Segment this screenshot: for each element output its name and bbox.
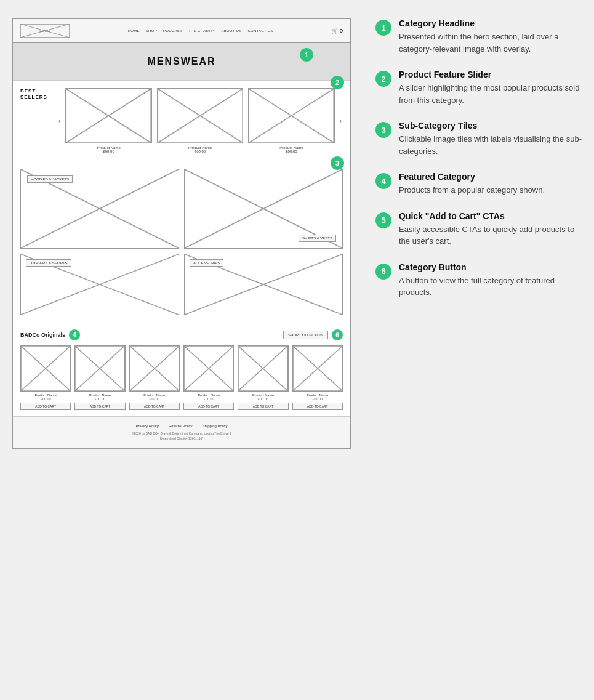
annotation-content-1: Category Headline Presented within the h… <box>399 18 582 55</box>
footer: Privacy Policy Returns Policy Shipping P… <box>13 416 350 448</box>
annotation-content-5: Quick "Add to Cart" CTAs Easily accessib… <box>399 211 582 247</box>
tile-label-joggers: JOGGERS & SHORTS <box>26 259 71 267</box>
annotation-title-2: Product Feature Slider <box>399 70 582 79</box>
subcategory-tile-hoodies[interactable]: HOODIES & JACKETS <box>20 169 179 249</box>
featured-product-card: Product Name £00.00 ADD TO CART <box>129 345 180 410</box>
annotation-3: 3 Sub-Category Tiles Clickable image til… <box>375 121 582 157</box>
featured-product-image <box>74 345 125 392</box>
featured-product-image <box>238 345 288 392</box>
product-image <box>157 88 243 143</box>
annotation-badge-1: 1 <box>375 20 391 36</box>
product-card: Product Name £00.00 <box>65 88 151 153</box>
product-card: Product Name £00.00 <box>248 88 334 153</box>
featured-product-card: Product Name £00.00 ADD TO CART <box>74 345 125 410</box>
featured-product-image <box>292 345 343 392</box>
add-to-cart-button[interactable]: ADD TO CART <box>129 403 180 410</box>
product-price: £00.00 <box>103 150 114 153</box>
featured-header: BADCo Originals 4 SHOP COLLECTION 6 <box>20 329 343 340</box>
featured-product-price: £00.00 <box>95 397 105 401</box>
nav-about[interactable]: ABOUT US <box>221 29 241 33</box>
featured-product-card: Product Name £00.00 ADD TO CART <box>292 345 343 410</box>
product-card: Product Name £00.00 <box>157 88 243 153</box>
badge-3: 3 <box>331 156 344 170</box>
slider-next[interactable]: › <box>339 116 343 126</box>
annotation-content-6: Category Button A button to view the ful… <box>399 262 582 299</box>
subcategory-tile-joggers[interactable]: JOGGERS & SHORTS <box>20 254 179 315</box>
annotation-badge-3: 3 <box>375 122 391 138</box>
add-to-cart-button[interactable]: ADD TO CART <box>20 403 71 410</box>
product-slider: ‹ Product Name £00.00 <box>57 88 343 153</box>
badge-4: 4 <box>69 329 80 340</box>
annotation-content-4: Featured Category Products from a popula… <box>399 172 582 196</box>
add-to-cart-button[interactable]: ADD TO CART <box>74 403 125 410</box>
subcategory-tile-accessories[interactable]: ACCESSORIES <box>184 254 343 315</box>
slider-prev[interactable]: ‹ <box>57 116 62 126</box>
cart-icon[interactable]: 🛒 0 <box>331 28 343 34</box>
badge-6: 6 <box>332 329 343 340</box>
featured-products-grid: Product Name £00.00 ADD TO CART Product … <box>20 345 343 410</box>
nav-charity[interactable]: THE CHARITY <box>188 29 215 33</box>
annotation-desc-5: Easily accessible CTAs to quickly add pr… <box>399 223 582 247</box>
annotation-2: 2 Product Feature Slider A slider highli… <box>375 70 582 106</box>
annotation-content-2: Product Feature Slider A slider highligh… <box>399 70 582 106</box>
annotation-badge-6: 6 <box>375 264 391 280</box>
nav-home[interactable]: HOME <box>128 29 140 33</box>
nav-shop[interactable]: SHOP <box>146 29 157 33</box>
annotation-desc-4: Products from a popular category shown. <box>399 184 582 196</box>
subcategory-tile-shirts[interactable]: SHIRTS & VESTS <box>184 169 343 249</box>
add-to-cart-button[interactable]: ADD TO CART <box>238 403 288 410</box>
featured-product-price: £00.00 <box>258 397 268 401</box>
wireframe-panel: LOGO HOME SHOP PODCAST THE CHARITY ABOUT… <box>0 0 369 700</box>
annotation-title-6: Category Button <box>399 262 582 272</box>
featured-product-price: £00.00 <box>312 397 323 401</box>
annotation-title-4: Featured Category <box>399 172 582 182</box>
featured-product-card: Product Name £00.00 ADD TO CART <box>183 345 234 410</box>
featured-product-card: Product Name £00.00 ADD TO CART <box>238 345 288 410</box>
featured-section: BADCo Originals 4 SHOP COLLECTION 6 Prod… <box>13 323 350 416</box>
wireframe-nav: LOGO HOME SHOP PODCAST THE CHARITY ABOUT… <box>13 19 350 43</box>
tile-label-hoodies: HOODIES & JACKETS <box>27 175 73 183</box>
add-to-cart-button[interactable]: ADD TO CART <box>292 403 343 410</box>
annotation-title-3: Sub-Category Tiles <box>399 121 582 131</box>
product-price: £00.00 <box>195 150 206 153</box>
featured-product-image <box>20 345 71 392</box>
subcategory-tiles-section: HOODIES & JACKETS SHIRTS & VESTS JOGGERS… <box>13 161 350 323</box>
wireframe-container: LOGO HOME SHOP PODCAST THE CHARITY ABOUT… <box>12 18 351 449</box>
best-sellers-title: BESTSELLERS <box>20 88 51 101</box>
featured-product-image <box>183 345 234 392</box>
nav-podcast[interactable]: PODCAST <box>163 29 182 33</box>
best-sellers-section: BESTSELLERS ‹ Product Name £00.00 <box>13 80 350 161</box>
product-image <box>248 88 334 143</box>
footer-privacy[interactable]: Privacy Policy <box>135 424 158 428</box>
featured-product-price: £00.00 <box>149 397 159 401</box>
annotation-5: 5 Quick "Add to Cart" CTAs Easily access… <box>375 211 582 247</box>
featured-product-image <box>129 345 180 392</box>
annotation-title-5: Quick "Add to Cart" CTAs <box>399 211 582 221</box>
annotation-4: 4 Featured Category Products from a popu… <box>375 172 582 196</box>
shop-collection-button[interactable]: SHOP COLLECTION <box>283 331 328 339</box>
hero-title: MENSWEAR <box>147 56 215 67</box>
annotation-desc-1: Presented within the hero section, laid … <box>399 31 582 55</box>
annotation-content-3: Sub-Category Tiles Clickable image tiles… <box>399 121 582 157</box>
add-to-cart-button[interactable]: ADD TO CART <box>183 403 234 410</box>
tile-label-shirts: SHIRTS & VESTS <box>299 235 336 242</box>
annotation-desc-3: Clickable image tiles with labels visual… <box>399 133 582 157</box>
hero-section: MENSWEAR 1 <box>13 43 350 80</box>
annotation-desc-6: A button to view the full category of fe… <box>399 275 582 299</box>
footer-shipping[interactable]: Shipping Policy <box>203 424 228 428</box>
annotation-badge-5: 5 <box>375 212 391 228</box>
annotation-1: 1 Category Headline Presented within the… <box>375 18 582 55</box>
nav-contact[interactable]: CONTACT US <box>247 29 273 33</box>
footer-returns[interactable]: Returns Policy <box>169 424 193 428</box>
footer-copyright: ©2020 by BAD CO • Brave & Determined Com… <box>20 432 343 441</box>
product-price: £00.00 <box>286 150 297 153</box>
featured-title: BADCo Originals <box>20 332 65 338</box>
annotation-6: 6 Category Button A button to view the f… <box>375 262 582 299</box>
badge-1: 1 <box>300 48 313 62</box>
footer-links: Privacy Policy Returns Policy Shipping P… <box>20 424 343 428</box>
nav-links: HOME SHOP PODCAST THE CHARITY ABOUT US C… <box>128 29 273 33</box>
logo: LOGO <box>20 24 70 38</box>
tile-label-accessories: ACCESSORIES <box>190 259 223 267</box>
badge-2: 2 <box>331 76 344 89</box>
featured-product-price: £00.00 <box>204 397 214 401</box>
